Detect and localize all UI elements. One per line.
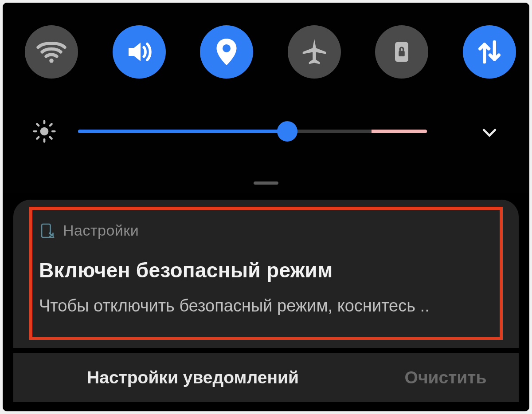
brightness-row xyxy=(3,114,529,149)
airplane-icon xyxy=(299,36,330,67)
data-arrows-icon xyxy=(474,37,505,67)
brightness-slider-fill xyxy=(78,130,287,133)
notification-title: Включен безопасный режим xyxy=(39,258,333,282)
lock-portrait-icon xyxy=(388,39,415,65)
expand-quick-settings-button[interactable] xyxy=(476,124,503,142)
settings-app-icon xyxy=(39,223,55,239)
airplane-mode-toggle[interactable] xyxy=(288,25,341,79)
panel-drag-handle[interactable] xyxy=(254,181,278,185)
speaker-icon xyxy=(123,36,155,68)
notification-header: Настройки xyxy=(39,222,139,239)
notification-body: Чтобы отключить безопасный режим, коснит… xyxy=(39,296,430,315)
svg-point-1 xyxy=(223,44,231,52)
brightness-slider[interactable] xyxy=(78,130,427,133)
rotation-lock-toggle[interactable] xyxy=(375,25,428,79)
wifi-icon xyxy=(35,36,67,68)
brightness-slider-thumb[interactable] xyxy=(277,121,297,142)
mobile-data-toggle[interactable] xyxy=(463,25,516,79)
chevron-down-icon xyxy=(480,123,499,143)
card-divider xyxy=(13,348,519,353)
notification-shade: Настройки Включен безопасный режим Чтобы… xyxy=(13,200,519,402)
svg-point-0 xyxy=(49,59,54,63)
svg-line-10 xyxy=(50,137,52,139)
svg-line-11 xyxy=(37,137,39,139)
location-pin-icon xyxy=(211,36,243,68)
notification-settings-button[interactable]: Настройки уведомлений xyxy=(13,368,372,387)
quick-settings-toggles xyxy=(25,23,516,81)
notification-app-name: Настройки xyxy=(63,222,139,239)
clear-notifications-button[interactable]: Очистить xyxy=(372,368,519,387)
sound-toggle[interactable] xyxy=(113,25,166,79)
quick-settings-panel xyxy=(3,3,529,193)
svg-rect-13 xyxy=(42,224,51,237)
svg-line-9 xyxy=(37,124,39,126)
location-toggle[interactable] xyxy=(200,25,253,79)
svg-line-12 xyxy=(50,124,52,126)
brightness-slider-auto-region xyxy=(372,130,427,133)
notification-footer: Настройки уведомлений Очистить xyxy=(13,353,519,402)
notification-card[interactable]: Настройки Включен безопасный режим Чтобы… xyxy=(13,200,519,348)
wifi-toggle[interactable] xyxy=(25,25,78,79)
svg-rect-3 xyxy=(399,51,405,57)
brightness-icon xyxy=(32,119,57,144)
svg-point-4 xyxy=(40,127,49,136)
